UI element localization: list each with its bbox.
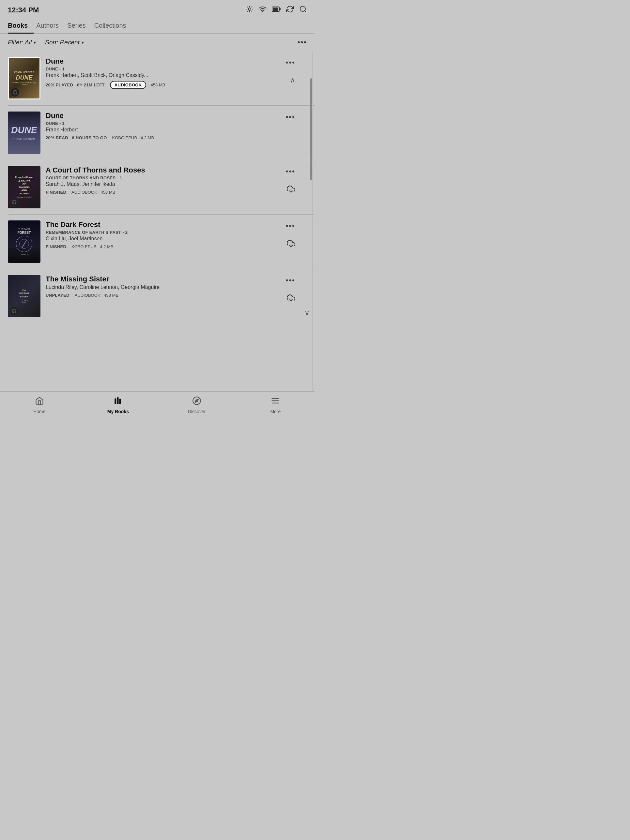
book-format-size: KOBO EPUB · 4.2 MB	[71, 244, 114, 249]
audiobook-badge: AUDIOBOOK	[110, 81, 147, 89]
more-icon	[271, 396, 280, 407]
book-details: A Court of Thorns and Roses COURT OF THO…	[40, 166, 286, 195]
book-item: Recorded Books A COURTOFTHORNSANDROSES S…	[8, 160, 315, 215]
scrollbar-track	[312, 51, 313, 391]
book-authors: Frank Herbert	[46, 127, 282, 133]
book-status: UNPLAYED	[46, 293, 70, 298]
nav-home[interactable]: Home	[27, 396, 52, 414]
book-status: FINISHED	[46, 190, 66, 195]
book-more-button[interactable]: •••	[286, 167, 295, 176]
sort-button[interactable]: Sort: Recent ▾	[45, 39, 84, 46]
book-details: Dune DUNE - 1 Frank Herbert, Scott Brick…	[40, 57, 286, 89]
discover-icon	[192, 396, 201, 407]
nav-discover-label: Discover	[188, 409, 206, 414]
book-details: Dune DUNE - 1 Frank Herbert 20% READ · 8…	[40, 112, 286, 140]
book-title: A Court of Thorns and Roses	[46, 166, 282, 174]
book-format-size: AUDIOBOOK · 458 MB	[71, 190, 115, 195]
book-cover[interactable]: THE DARK FOREST CIXIN LIU	[8, 220, 40, 263]
book-status: FINISHED	[46, 244, 66, 249]
book-meta: 20% READ · 8 HOURS TO GO KOBO EPUB · 4.2…	[46, 135, 282, 140]
book-status: 20% PLAYED · 8H 21M LEFT	[46, 82, 105, 87]
book-title: Dune	[46, 57, 282, 66]
svg-line-6	[252, 11, 252, 12]
collapse-button[interactable]: ∧	[290, 76, 295, 84]
tab-authors[interactable]: Authors	[36, 18, 65, 33]
nav-discover[interactable]: Discover	[184, 396, 210, 414]
headphone-icon: 🎧	[13, 90, 17, 95]
book-authors: Lucinda Riley, Caroline Lennon, Georgia …	[46, 284, 282, 290]
tab-collections[interactable]: Collections	[94, 18, 132, 33]
svg-rect-20	[119, 399, 121, 404]
book-item: TheMISSINGSISTER LucindaRiley 🎧 The Miss…	[8, 269, 315, 323]
book-meta: FINISHED KOBO EPUB · 4.2 MB	[46, 244, 282, 249]
filter-controls: Filter: All ▾ Sort: Recent ▾	[8, 39, 84, 46]
book-cover[interactable]: TheMISSINGSISTER LucindaRiley 🎧	[8, 275, 40, 317]
book-more-button[interactable]: •••	[286, 58, 295, 67]
book-item: DUNE FRANK HERBERT Dune DUNE - 1 Frank H…	[8, 106, 315, 160]
headphone-icon: 🎧	[12, 309, 17, 313]
book-size: · 458 MB	[148, 82, 165, 87]
audio-indicator: 🎧	[10, 198, 18, 207]
book-series: COURT OF THORNS AND ROSES - 1	[46, 175, 282, 180]
svg-line-7	[247, 11, 248, 12]
svg-marker-22	[195, 399, 198, 403]
svg-point-9	[262, 11, 263, 12]
status-icons	[246, 5, 307, 15]
book-meta: UNPLAYED AUDIOBOOK · 458 MB	[46, 293, 282, 298]
sync-icon[interactable]	[286, 5, 294, 15]
svg-rect-18	[114, 398, 116, 404]
home-icon	[35, 396, 44, 407]
book-cover[interactable]: FRANK HERBERT DUNE Read by Scott Brick, …	[8, 57, 40, 99]
book-title: The Dark Forest	[46, 220, 282, 229]
svg-line-14	[305, 11, 306, 12]
filter-button[interactable]: Filter: All ▾	[8, 39, 36, 46]
svg-line-5	[247, 6, 248, 7]
book-title: The Missing Sister	[46, 275, 282, 283]
book-authors: Sarah J. Maas, Jennifer Ikeda	[46, 181, 282, 187]
filter-chevron-icon: ▾	[33, 40, 36, 45]
nav-my-books[interactable]: My Books	[105, 396, 131, 414]
download-button[interactable]	[287, 294, 295, 304]
book-cover[interactable]: Recorded Books A COURTOFTHORNSANDROSES S…	[8, 166, 40, 208]
book-format-size: KOBO EPUB · 4.2 MB	[112, 135, 154, 140]
status-time: 12:34 PM	[8, 6, 39, 14]
book-title: Dune	[46, 112, 282, 120]
filter-bar: Filter: All ▾ Sort: Recent ▾ •••	[0, 33, 315, 51]
more-options-button[interactable]: •••	[298, 38, 307, 47]
book-status: 20% READ · 8 HOURS TO GO	[46, 135, 107, 140]
nav-my-books-label: My Books	[107, 409, 129, 414]
svg-rect-19	[117, 398, 119, 404]
sort-chevron-icon: ▾	[82, 40, 84, 45]
download-button[interactable]	[287, 185, 295, 195]
status-bar: 12:34 PM	[0, 0, 315, 18]
nav-home-label: Home	[33, 409, 45, 414]
expand-button[interactable]: ∨	[304, 309, 310, 317]
scrollbar[interactable]	[310, 51, 315, 391]
search-icon[interactable]	[299, 5, 307, 15]
book-list: FRANK HERBERT DUNE Read by Scott Brick, …	[0, 51, 315, 391]
svg-line-8	[252, 6, 252, 7]
tab-bar: Books Authors Series Collections	[0, 18, 315, 33]
scrollbar-thumb[interactable]	[310, 78, 312, 180]
book-more-button[interactable]: •••	[286, 222, 295, 230]
svg-point-0	[248, 8, 251, 10]
book-series: DUNE - 1	[46, 66, 282, 71]
download-button[interactable]	[287, 239, 295, 250]
book-details: The Dark Forest REMEMBRANCE OF EARTH'S P…	[40, 220, 286, 249]
book-item: THE DARK FOREST CIXIN LIU The Dark Fores…	[8, 215, 315, 269]
book-meta: 20% PLAYED · 8H 21M LEFT AUDIOBOOK · 458…	[46, 81, 282, 89]
book-details: The Missing Sister Lucinda Riley, Caroli…	[40, 275, 286, 298]
tab-books[interactable]: Books	[8, 18, 33, 33]
nav-more[interactable]: More	[262, 396, 288, 414]
headphone-icon: 🎧	[12, 200, 17, 204]
brightness-icon[interactable]	[246, 5, 253, 15]
book-series: DUNE - 1	[46, 121, 282, 126]
book-more-button[interactable]: •••	[286, 113, 295, 121]
battery-icon	[272, 6, 281, 14]
book-authors: Cixin Liu, Joel Martinsen	[46, 236, 282, 242]
book-more-button[interactable]: •••	[286, 276, 295, 285]
book-cover[interactable]: DUNE FRANK HERBERT	[8, 112, 40, 154]
tab-series[interactable]: Series	[67, 18, 92, 33]
book-format-size: AUDIOBOOK · 458 MB	[75, 293, 119, 298]
book-meta: FINISHED AUDIOBOOK · 458 MB	[46, 190, 282, 195]
